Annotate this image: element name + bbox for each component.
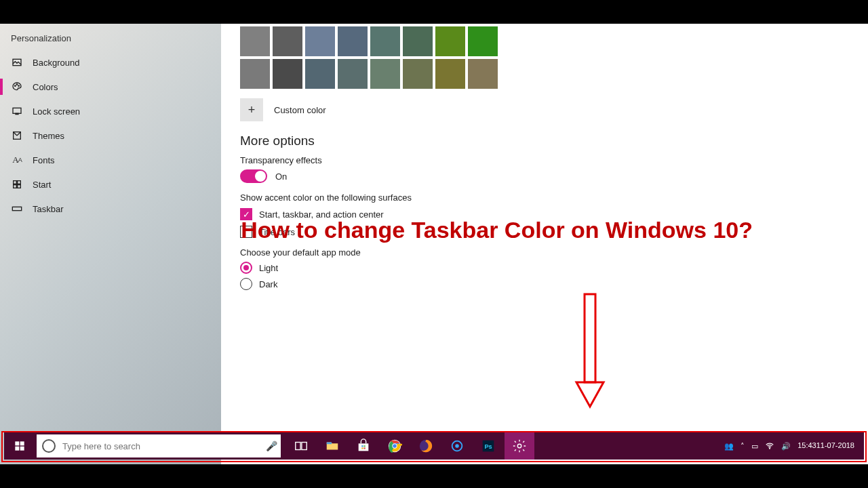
chrome-button[interactable] xyxy=(380,432,410,460)
sidebar-item-label: Background xyxy=(33,58,79,68)
photoshop-button[interactable]: Ps xyxy=(473,432,503,460)
sidebar-item-label: Colors xyxy=(33,82,58,92)
accent-surfaces-label: Show accent color on the following surfa… xyxy=(240,192,849,203)
settings-content: + Custom color More options Transparency… xyxy=(221,24,868,464)
custom-color-button[interactable]: + xyxy=(240,98,263,121)
sidebar-item-colors[interactable]: Colors xyxy=(0,75,221,99)
color-swatch[interactable] xyxy=(370,26,400,56)
svg-point-36 xyxy=(770,448,770,449)
svg-text:Ps: Ps xyxy=(484,443,492,450)
transparency-label: Transparency effects xyxy=(240,155,849,165)
svg-rect-7 xyxy=(14,181,17,184)
cortana-icon xyxy=(42,439,56,453)
color-swatch[interactable] xyxy=(240,59,270,89)
battery-icon[interactable]: ▭ xyxy=(751,442,758,451)
color-swatch[interactable] xyxy=(435,59,465,89)
mic-icon[interactable]: 🎤 xyxy=(266,441,275,451)
radio-light[interactable] xyxy=(240,262,252,274)
start-icon xyxy=(11,178,23,190)
system-tray: 👥 ˄ ▭ 🔊 15:43 11-07-2018 xyxy=(719,441,864,451)
sidebar-item-themes[interactable]: Themes xyxy=(0,123,221,148)
clock-date: 11-07-2018 xyxy=(816,442,854,450)
clock[interactable]: 15:43 11-07-2018 xyxy=(797,442,859,450)
sidebar-item-label: Start xyxy=(33,180,51,190)
sidebar-item-label: Taskbar xyxy=(33,204,64,214)
color-swatch[interactable] xyxy=(338,26,368,56)
store-button[interactable] xyxy=(349,432,378,460)
color-swatch[interactable] xyxy=(338,59,368,89)
svg-rect-20 xyxy=(327,443,332,445)
radio-light-label: Light xyxy=(259,263,278,273)
more-options-heading: More options xyxy=(240,134,849,148)
lockscreen-icon xyxy=(11,105,23,117)
sidebar-item-label: Themes xyxy=(33,131,64,141)
app-mode-label: Choose your default app mode xyxy=(240,247,849,258)
checkbox-title-bars[interactable] xyxy=(240,226,252,238)
svg-point-1 xyxy=(15,85,16,86)
taskbar: 🎤 Ps 👥 ˄ ▭ 🔊 15:43 11-07-2018 xyxy=(4,432,864,460)
video-letterbox-bottom xyxy=(0,464,868,488)
color-swatch[interactable] xyxy=(370,59,400,89)
sidebar-item-background[interactable]: Background xyxy=(0,50,221,75)
svg-rect-9 xyxy=(14,185,17,188)
svg-rect-21 xyxy=(359,443,369,451)
color-swatch[interactable] xyxy=(273,59,302,89)
color-swatch[interactable] xyxy=(468,26,498,56)
svg-rect-22 xyxy=(361,445,363,447)
checkbox-title-label: Title bars xyxy=(259,227,295,237)
svg-rect-5 xyxy=(16,113,18,114)
checkbox-start-taskbar[interactable]: ✓ xyxy=(240,208,252,220)
sidebar-item-lockscreen[interactable]: Lock screen xyxy=(0,99,221,123)
color-swatch[interactable] xyxy=(305,59,335,89)
svg-rect-25 xyxy=(363,447,365,449)
svg-point-2 xyxy=(16,84,17,85)
sidebar-item-label: Lock screen xyxy=(33,106,80,117)
start-button[interactable] xyxy=(4,432,35,460)
app-button[interactable] xyxy=(442,432,472,460)
svg-rect-10 xyxy=(18,185,21,188)
svg-rect-8 xyxy=(18,181,21,184)
color-swatch[interactable] xyxy=(305,26,335,56)
search-box[interactable]: 🎤 xyxy=(37,434,281,458)
svg-rect-4 xyxy=(13,108,21,113)
color-swatch[interactable] xyxy=(403,26,433,56)
volume-icon[interactable]: 🔊 xyxy=(781,442,791,451)
tray-chevron-icon[interactable]: ˄ xyxy=(741,442,745,451)
palette-icon xyxy=(11,81,23,93)
file-explorer-button[interactable] xyxy=(317,432,347,460)
color-swatch[interactable] xyxy=(468,59,498,89)
picture-icon xyxy=(11,56,23,68)
svg-rect-16 xyxy=(15,447,19,451)
radio-dark[interactable] xyxy=(240,278,252,290)
svg-point-32 xyxy=(455,444,459,448)
svg-point-29 xyxy=(393,444,397,448)
sidebar-item-start[interactable]: Start xyxy=(0,172,221,197)
settings-window: Personalization Background Colors Lock s… xyxy=(0,24,868,464)
color-swatch[interactable] xyxy=(273,26,302,56)
color-swatch[interactable] xyxy=(240,26,270,56)
svg-point-3 xyxy=(18,85,19,86)
svg-rect-18 xyxy=(296,443,300,450)
svg-point-35 xyxy=(517,444,521,448)
clock-time: 15:43 xyxy=(797,442,816,450)
sidebar-section-title: Personalization xyxy=(0,29,221,50)
custom-color-label: Custom color xyxy=(274,105,326,115)
color-swatch[interactable] xyxy=(403,59,433,89)
svg-rect-24 xyxy=(361,447,363,449)
sidebar-item-taskbar[interactable]: Taskbar xyxy=(0,197,221,221)
svg-rect-19 xyxy=(302,443,307,450)
search-input[interactable] xyxy=(62,441,266,451)
task-view-button[interactable] xyxy=(286,432,316,460)
svg-rect-14 xyxy=(15,441,19,445)
sidebar: Personalization Background Colors Lock s… xyxy=(0,24,221,464)
sidebar-item-fonts[interactable]: AA Fonts xyxy=(0,148,221,172)
color-swatch[interactable] xyxy=(435,26,465,56)
wifi-icon[interactable] xyxy=(765,441,774,451)
transparency-toggle[interactable] xyxy=(240,169,267,183)
settings-taskbar-button[interactable] xyxy=(505,432,534,460)
themes-icon xyxy=(11,129,23,142)
radio-dark-label: Dark xyxy=(259,279,277,289)
firefox-button[interactable] xyxy=(411,432,441,460)
people-icon[interactable]: 👥 xyxy=(724,442,734,451)
video-letterbox-top xyxy=(0,0,868,24)
